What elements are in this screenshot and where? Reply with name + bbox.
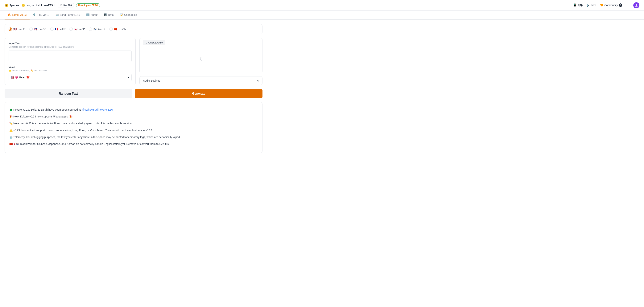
info-line-1: 🌲 Kokoro v0.19, Bella, & Sarah have been… — [9, 107, 258, 112]
info-text-3: Note that v0.23 is experimental/WIP and … — [13, 122, 132, 125]
info-emoji-3: ✏️ — [9, 122, 12, 125]
radio-ko-kr[interactable] — [89, 28, 92, 31]
input-hint: Generate speech for one segment of text,… — [8, 46, 132, 48]
breadcrumb-user[interactable]: hexgrad — [26, 4, 36, 7]
output-body: ♫ — [140, 47, 262, 70]
text-input[interactable] — [8, 50, 132, 62]
tab-about-label: About — [90, 13, 98, 16]
running-highlight: ZERO — [92, 4, 98, 7]
radio-ja-jp[interactable] — [70, 28, 73, 31]
tab-latest[interactable]: 🔥 Latest v0.23 — [4, 11, 30, 20]
header-right: 📱 App 🔈 Files 🧡 Community 4 ⋮ — [573, 2, 640, 8]
voice-hint: ⭐ voices are stable, ✏️ are unstable — [8, 69, 132, 72]
lang-en-gb[interactable]: 🇬🇧 en-GB — [30, 28, 46, 31]
voice-label: Voice — [8, 66, 132, 68]
community-badge: 4 — [619, 4, 622, 7]
svg-point-0 — [636, 4, 637, 6]
tab-about-emoji: ℹ️ — [86, 13, 90, 16]
label-en-gb: en-GB — [39, 28, 46, 31]
info-line-6: 🇨🇳🇯🇵🇰🇷 Tokenizers for Chinese, Japanese,… — [9, 141, 258, 147]
radio-fr-fr[interactable] — [50, 28, 54, 31]
heart-icon: ♡ — [60, 4, 62, 7]
app-icon: 📱 — [573, 4, 576, 6]
lang-zh-cn[interactable]: 🇨🇳 zh-CN — [109, 28, 126, 31]
lang-ja-jp[interactable]: 🇯🇵 ja-JP — [70, 28, 85, 31]
files-icon: 🔈 — [586, 4, 590, 7]
chevron-down-icon: ▾ — [128, 76, 129, 79]
info-emoji-2: 🎉 — [9, 115, 12, 118]
header: 🤗 Spaces 🪙 hexgrad / Kokoro-TTS ⧉ ♡ like… — [0, 0, 644, 11]
info-line-2: 🎉 New! Kokoro v0.23 now supports 5 langu… — [9, 114, 258, 119]
audio-settings-label: Audio Settings — [143, 79, 160, 82]
nav-app[interactable]: 📱 App — [573, 4, 582, 7]
audio-settings-header[interactable]: Audio Settings ◄ — [140, 76, 262, 85]
nav-files[interactable]: 🔈 Files — [586, 4, 596, 7]
flag-en-gb: 🇬🇧 — [34, 28, 38, 31]
flag-fr-fr: 🇫🇷 — [55, 28, 58, 31]
content-row: Input Text Generate speech for one segme… — [4, 38, 262, 85]
header-left: 🤗 Spaces 🪙 hexgrad / Kokoro-TTS ⧉ ♡ like… — [4, 3, 100, 8]
spaces-emoji: 🤗 — [4, 4, 8, 7]
lang-en-us[interactable]: 🇺🇸 en-US — [8, 28, 26, 31]
info-text-6: Tokenizers for Chinese, Japanese, and Ko… — [20, 142, 170, 146]
main-content: 🇺🇸 en-US 🇬🇧 en-GB 🇫🇷 fr-FR 🇯🇵 ja-JP 🇰🇷 k… — [0, 20, 267, 158]
running-prefix: Running on — [78, 4, 92, 7]
info-emoji-4: ⚠️ — [9, 129, 12, 132]
output-panel: ♫ Output Audio ♫ — [140, 38, 262, 73]
lang-fr-fr[interactable]: 🇫🇷 fr-FR — [50, 28, 66, 31]
radio-en-gb[interactable] — [30, 28, 33, 31]
tab-tts019[interactable]: 🎙️ TTS v0.19 — [30, 11, 52, 20]
info-emoji-5: 📡 — [9, 136, 12, 139]
breadcrumb: 🪙 hexgrad / Kokoro-TTS ⧉ — [22, 4, 56, 7]
info-box: 🌲 Kokoro v0.19, Bella, & Sarah have been… — [4, 102, 262, 153]
tab-about[interactable]: ℹ️ About — [83, 11, 101, 20]
copy-icon[interactable]: ⧉ — [54, 4, 55, 7]
tab-data[interactable]: 🗄️ Data — [100, 11, 117, 20]
audio-placeholder-icon: ♫ — [199, 56, 203, 62]
info-text-4: v0.23 does not yet support custom pronun… — [13, 129, 153, 132]
like-count: 320 — [68, 4, 72, 7]
tab-longform[interactable]: 📖 Long Form v0.19 — [52, 11, 83, 20]
tab-longform-emoji: 📖 — [56, 13, 59, 16]
info-line-4: ⚠️ v0.23 does not yet support custom pro… — [9, 128, 258, 133]
breadcrumb-icon: 🪙 — [22, 4, 25, 7]
tab-changelog[interactable]: 📝 Changelog — [117, 11, 140, 20]
random-text-button[interactable]: Random Text — [4, 89, 132, 98]
voice-select[interactable]: 🇺🇸 💗 Heart ❤️ ▾ — [8, 74, 132, 81]
tab-latest-emoji: 🔥 — [8, 13, 11, 16]
flag-ko-kr: 🇰🇷 — [94, 28, 97, 31]
community-icon: 🧡 — [600, 4, 603, 7]
more-options-button[interactable]: ⋮ — [626, 3, 630, 8]
nav-community[interactable]: 🧡 Community 4 — [600, 4, 622, 7]
spaces-label: Spaces — [9, 4, 20, 7]
avatar[interactable] — [633, 2, 640, 8]
radio-en-us-inner — [10, 28, 11, 30]
svg-point-1 — [635, 6, 638, 7]
tab-changelog-emoji: 📝 — [120, 13, 123, 16]
like-label: like — [63, 4, 67, 7]
input-panel: Input Text Generate speech for one segme… — [4, 38, 136, 85]
nav-files-label: Files — [591, 4, 596, 7]
breadcrumb-repo[interactable]: Kokoro-TTS — [38, 4, 53, 7]
right-panel: ♫ Output Audio ♫ Audio Settings ◄ — [140, 38, 262, 85]
info-text-5: Telemetry: For debugging purposes, the t… — [13, 136, 181, 139]
radio-en-us[interactable] — [8, 28, 12, 31]
like-button[interactable]: ♡ like 320 — [58, 3, 74, 8]
label-ja-jp: ja-JP — [79, 28, 85, 31]
label-zh-cn: zh-CN — [119, 28, 126, 31]
info-line-5: 📡 Telemetry: For debugging purposes, the… — [9, 134, 258, 140]
flag-ja-jp: 🇯🇵 — [74, 28, 78, 31]
output-tab-label: Output Audio — [148, 41, 163, 44]
output-audio-tab[interactable]: ♫ Output Audio — [143, 40, 166, 45]
tab-latest-label: Latest v0.23 — [12, 13, 26, 16]
generate-button[interactable]: Generate — [135, 89, 262, 98]
nav-community-label: Community — [604, 4, 618, 7]
spaces-logo[interactable]: 🤗 Spaces — [4, 4, 20, 7]
flag-en-us: 🇺🇸 — [13, 28, 16, 31]
radio-zh-cn[interactable] — [109, 28, 113, 31]
info-emoji-1: 🌲 — [9, 108, 12, 111]
lang-ko-kr[interactable]: 🇰🇷 ko-KR — [89, 28, 106, 31]
nav-app-label: App — [578, 4, 582, 6]
info-link-1[interactable]: hf.co/hexgrad/Kokoro-82M — [82, 108, 113, 111]
audio-settings-panel: Audio Settings ◄ — [140, 76, 262, 85]
